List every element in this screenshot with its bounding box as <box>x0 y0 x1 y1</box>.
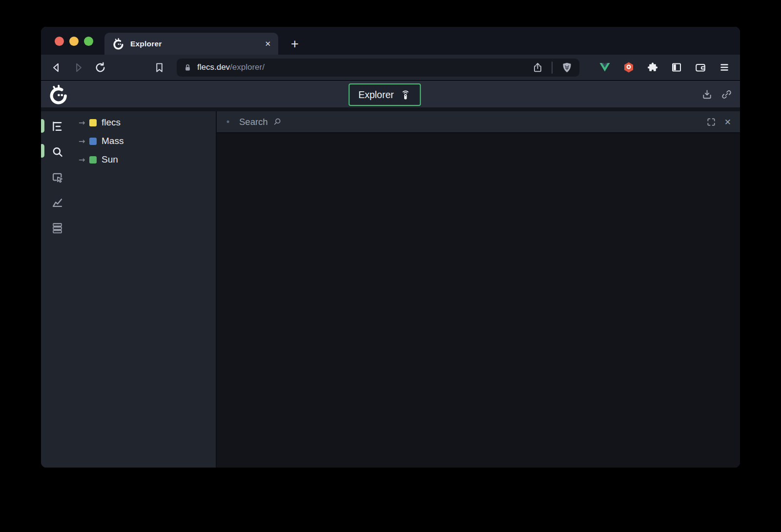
urlbar-divider <box>552 61 553 74</box>
active-indicator-search <box>41 144 44 158</box>
tree-row-mass[interactable]: → Mass <box>73 132 216 150</box>
search-field-icon <box>272 117 282 127</box>
vue-devtools-icon[interactable] <box>599 61 611 73</box>
sidebar-item-memory[interactable] <box>50 221 64 235</box>
expand-arrow-icon[interactable]: → <box>79 137 89 146</box>
close-window-button[interactable] <box>55 37 64 46</box>
explorer-button-label: Explorer <box>358 89 394 101</box>
query-panel-header: • Search ✕ <box>217 111 740 133</box>
flecs-favicon-icon <box>112 38 124 50</box>
tab-bar: Explorer ✕ + <box>41 27 740 55</box>
browser-tab[interactable]: Explorer ✕ <box>104 33 278 55</box>
tree-item-label[interactable]: Mass <box>102 136 123 146</box>
back-button[interactable] <box>49 60 63 75</box>
memory-stack-icon <box>51 222 64 235</box>
url-path: /explorer/ <box>230 62 265 72</box>
expand-arrow-icon[interactable]: → <box>79 118 89 127</box>
entity-color-swatch <box>89 156 97 164</box>
close-panel-button[interactable]: ✕ <box>724 117 731 127</box>
sidebar-toggle-icon[interactable] <box>671 61 682 73</box>
page-header: Explorer <box>41 81 740 107</box>
extensions-puzzle-icon[interactable] <box>647 61 658 73</box>
sidebar-item-inspect[interactable] <box>50 170 64 184</box>
tool-sidebar <box>41 111 73 468</box>
tree-row-sun[interactable]: → Sun <box>73 150 216 169</box>
tab-title: Explorer <box>130 40 162 48</box>
sidebar-item-tree[interactable] <box>50 120 64 133</box>
page-body: → flecs → Mass → Sun • Search <box>41 111 740 468</box>
tree-item-label[interactable]: Sun <box>102 154 118 165</box>
search-icon <box>51 145 64 159</box>
bookmark-button[interactable] <box>152 60 166 75</box>
stats-chart-icon <box>51 196 64 209</box>
sidebar-item-search[interactable] <box>50 145 64 159</box>
inspect-cursor-icon <box>51 171 64 184</box>
hexagon-extension-icon[interactable] <box>623 61 635 73</box>
lock-icon <box>183 63 192 72</box>
query-panel: • Search ✕ <box>217 111 740 468</box>
url-domain: flecs.dev <box>197 62 230 72</box>
forward-button[interactable] <box>71 60 85 75</box>
tree-view-icon <box>51 120 63 133</box>
explorer-connection-button[interactable]: Explorer <box>349 83 421 106</box>
header-toolbar <box>701 89 740 100</box>
url-text: flecs.dev/explorer/ <box>197 62 265 72</box>
brave-shield-icon[interactable] <box>561 61 573 74</box>
entity-color-swatch <box>89 138 97 145</box>
reload-button[interactable] <box>93 60 107 75</box>
tab-close-button[interactable]: ✕ <box>265 40 271 48</box>
sidebar-item-stats[interactable] <box>50 196 64 209</box>
active-indicator-tree <box>41 119 44 133</box>
flecs-logo-icon[interactable] <box>47 84 69 105</box>
navigation-bar: flecs.dev/explorer/ <box>41 55 740 81</box>
menu-icon[interactable] <box>719 61 730 73</box>
status-bullet-icon: • <box>226 117 230 127</box>
search-input[interactable]: Search <box>239 117 282 127</box>
address-bar[interactable]: flecs.dev/explorer/ <box>177 59 579 77</box>
wallet-icon[interactable] <box>695 61 706 73</box>
entity-color-swatch <box>89 119 97 126</box>
remote-connected-icon <box>400 89 411 101</box>
header-divider <box>41 107 740 111</box>
download-button[interactable] <box>701 89 713 100</box>
query-results-area[interactable] <box>217 133 740 468</box>
entity-tree-panel: → flecs → Mass → Sun <box>73 111 217 468</box>
extension-icons <box>599 61 732 73</box>
link-button[interactable] <box>721 89 732 100</box>
traffic-lights <box>55 37 93 46</box>
share-icon[interactable] <box>532 62 543 73</box>
query-panel-controls: ✕ <box>706 117 731 127</box>
tree-row-flecs[interactable]: → flecs <box>73 113 216 132</box>
minimize-window-button[interactable] <box>69 37 79 46</box>
new-tab-button[interactable]: + <box>291 36 299 52</box>
browser-window: Explorer ✕ + flecs.dev/explorer/ <box>41 27 740 468</box>
zoom-window-button[interactable] <box>84 37 93 46</box>
tree-item-label[interactable]: flecs <box>102 117 121 128</box>
expand-arrow-icon[interactable]: → <box>79 155 89 164</box>
search-label: Search <box>239 117 268 127</box>
fullscreen-button[interactable] <box>706 117 716 127</box>
